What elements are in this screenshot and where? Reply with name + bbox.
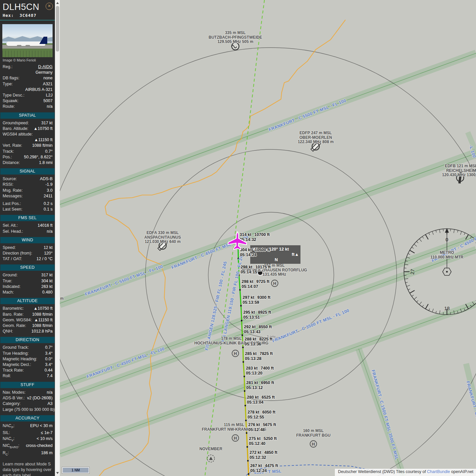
row-value: -1.9 [14, 182, 53, 187]
callsign-title: DLH5CN [3, 2, 52, 12]
sidebar-data-row: Vert. Rate: 1088 ft/min [0, 143, 55, 148]
sidebar-data-row: Last Seen: 0.1 s [0, 207, 55, 212]
sidebar-data-row: Large (75 000 to 300 000 lb) [0, 407, 55, 413]
row-value: 0.1 s [22, 207, 53, 212]
row-label: Baro. Altitude: [3, 126, 28, 132]
aircraft-icon[interactable] [227, 229, 248, 253]
row-label: Speed: [3, 245, 16, 251]
row-label: Pos.: [3, 154, 12, 160]
row-label: NICBARO: [3, 443, 20, 450]
section-header-accuracy: ACCURACY [0, 415, 55, 421]
heliport-icon: H [310, 441, 317, 447]
row-label: SIL: [3, 430, 10, 436]
aircraft-info-panel: DLH5CN ✕ Hex: 3C6487 Image © Mario Ferio… [0, 0, 55, 476]
row-label: ADS-B Ver.: [3, 395, 25, 401]
row-value: n/a [25, 390, 53, 395]
close-icon[interactable]: ✕ [46, 3, 53, 10]
row-value: 2411 [22, 193, 53, 199]
row-value: 3.4° [29, 351, 53, 356]
trail-point-label: 280 kt6525 ft 05:13:04 [247, 395, 275, 405]
svg-text:H: H [312, 442, 315, 447]
row-label: Magnetic Decl.: [3, 362, 31, 368]
row-value: none [20, 75, 53, 81]
airport-label: m [60, 297, 64, 301]
sidebar-data-row: NACP: EPU < 30 m [0, 423, 55, 430]
map[interactable]: 0 6 18 27 H [60, 0, 476, 476]
row-value: cross-checked [20, 443, 53, 450]
row-value: AIRBUS A-321 [3, 87, 53, 93]
airport-label: 160 m MSL FRANKFURT BGU [296, 429, 331, 438]
scroll-up-icon[interactable] [56, 2, 59, 4]
section-header-speed: SPEED [0, 264, 55, 271]
section-header-altitude: ALTITUDE [0, 298, 55, 304]
sidebar-data-row: Ground Track: 0.7° [0, 345, 55, 350]
section-altitude: Barometric: ▲10750 ft Baro. Rate: 1088 f… [0, 306, 55, 334]
row-value: 0.480 [14, 290, 53, 295]
section-header-fms-sel: FMS SEL [0, 215, 55, 221]
row-value[interactable]: D-AIDG [13, 64, 53, 70]
heliport-icon: H [232, 350, 239, 357]
section-header-spatial: SPATIAL [0, 112, 55, 119]
sidebar-data-row: Pos.: 50.298°, 8.622° [0, 154, 55, 160]
sidebar-data-row: NACV: < 10 m/s [0, 436, 55, 443]
sidebar-data-row: Distance: 1.8 nmi [0, 160, 55, 166]
divider [0, 20, 55, 20]
svg-text:27: 27 [409, 269, 415, 275]
section-signal: Source: ADS-B RSSI: -1.9 Msg. Rate: 3.0 … [0, 176, 55, 212]
section-stuff: Nav. Modes: n/a ADS-B Ver.: v2 (DO-260B)… [0, 390, 55, 413]
trail-point-label: 267 kt4475 ft 05:12:24 [250, 463, 278, 473]
aircraft-photo[interactable] [2, 24, 53, 57]
sidebar-data-row: Ground: 317 kt [0, 272, 55, 278]
section-header-direction: DIRECTION [0, 337, 55, 343]
row-value: 12 kt [16, 245, 53, 251]
trail-point-label: 272 kt4850 ft 05:12:32 [250, 450, 277, 460]
row-label: Ground Track: [3, 345, 29, 350]
svg-text:H: H [273, 281, 276, 286]
svg-text:0: 0 [446, 237, 448, 242]
row-label: Ground: [3, 272, 18, 278]
row-label: Roll: [3, 373, 11, 379]
photo-engine [25, 45, 30, 47]
sidebar-data-row: TAT / OAT: 12 / 0 °C [0, 256, 55, 262]
airport-label: EDFA 330 m MSL ANSPACH/TAUNUS 121.030 MH… [144, 231, 181, 244]
row-label: Geom. Rate: [3, 323, 26, 329]
trail-point-label: 283 kt7400 ft 05:13:20 [246, 366, 274, 376]
row-value: 120° [32, 251, 53, 256]
heliport-icon: H [232, 435, 239, 441]
row-label: Msg. Rate: [3, 188, 22, 193]
row-label: Type: [3, 81, 13, 87]
section-header-signal: SIGNAL [0, 168, 55, 175]
sidebar-data-row: True: 304 kt [0, 278, 55, 284]
sidebar-data-row: Squawk: 5007 [0, 98, 55, 104]
row-value: 3.4° [31, 362, 53, 368]
row-value: A3 [20, 401, 53, 407]
row-value: 1088 ft/min [26, 323, 53, 329]
row-label: Magnetic Heading: [3, 356, 37, 362]
sidebar-scrollbar[interactable] [55, 0, 60, 476]
airport-label: METRO 110.000 MHz MTR [430, 251, 463, 259]
row-value: 1088 ft/min [23, 312, 53, 317]
airport-label: EDFP 247 m MSL OBER-MOERLEN 122.340 MHz … [298, 131, 334, 144]
scroll-down-icon[interactable] [56, 472, 59, 474]
row-label: Barometric: [3, 306, 24, 311]
row-label: Track: [3, 149, 14, 154]
trail-point-label: 298 kt9725 ft 05:14:07 [242, 279, 269, 289]
row-value: 263 kt [20, 284, 53, 290]
row-label: Nav. Modes: [3, 390, 25, 395]
sidebar-data-row: Category: A3 [0, 401, 55, 407]
row-label: True Heading: [3, 351, 29, 356]
photo-credit: Image © Mario Ferioli [3, 58, 52, 62]
row-label: Last Pos.: [3, 201, 21, 207]
sidebar-data-row: Groundspeed: 317 kt [0, 120, 55, 126]
sidebar-data-row: NICBARO: cross-checked [0, 443, 55, 450]
row-value: A321 [13, 81, 53, 87]
sidebar-data-row: Track Rate: 0.44 [0, 368, 55, 373]
scrollbar-thumb[interactable] [56, 6, 59, 52]
trail-point-label: 278 kt6050 ft 05:12:55 [248, 410, 275, 419]
sidebar-data-row: WGS84 altitude: [0, 132, 55, 137]
chartbundle-link[interactable]: ChartBundle [427, 469, 450, 474]
sidebar-data-row: Baro. Altitude: ▲10750 ft [0, 126, 55, 132]
section-speed: Ground: 317 kt True: 304 kt Indicated: 2… [0, 272, 55, 295]
trail-point-label: 276 kt5675 ft 05:12:48 [248, 422, 276, 432]
row-value: 0.44 [24, 368, 53, 373]
